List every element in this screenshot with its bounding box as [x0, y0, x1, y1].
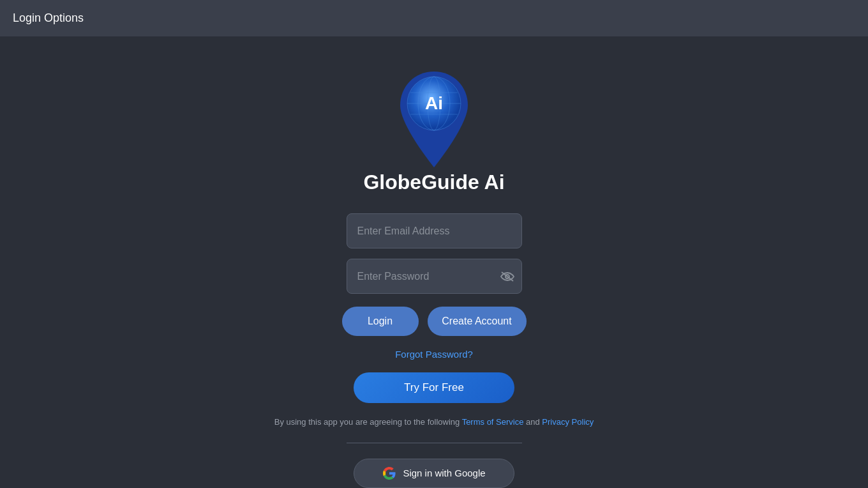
- auth-buttons-row: Login Create Account: [342, 307, 527, 336]
- svg-text:Ai: Ai: [425, 93, 443, 113]
- terms-prefix: By using this app you are agreeing to th…: [274, 417, 462, 427]
- password-input[interactable]: [347, 259, 522, 294]
- google-signin-label: Sign in with Google: [403, 468, 485, 478]
- forgot-password-link[interactable]: Forgot Password?: [395, 349, 473, 360]
- privacy-policy-link[interactable]: Privacy Policy: [542, 417, 594, 427]
- form-container: Login Create Account Forgot Password? Tr…: [0, 213, 868, 488]
- terms-of-service-link[interactable]: Terms of Service: [462, 417, 524, 427]
- google-icon: [382, 466, 396, 480]
- header: Login Options: [0, 0, 868, 36]
- logo-container: Ai GlobeGuide Ai: [363, 68, 504, 194]
- email-input[interactable]: [347, 213, 522, 248]
- terms-middle: and: [523, 417, 542, 427]
- main-content: Ai GlobeGuide Ai Login Create Account: [0, 36, 868, 488]
- toggle-password-icon[interactable]: [500, 271, 514, 282]
- google-signin-button[interactable]: Sign in with Google: [354, 459, 514, 488]
- terms-divider: [347, 443, 522, 443]
- login-button[interactable]: Login: [342, 307, 419, 336]
- app-logo: Ai: [393, 68, 475, 171]
- terms-text: By using this app you are agreeing to th…: [274, 416, 594, 429]
- create-account-button[interactable]: Create Account: [428, 307, 527, 336]
- app-title: GlobeGuide Ai: [363, 171, 504, 194]
- header-title: Login Options: [13, 11, 84, 25]
- email-input-wrapper: [347, 213, 522, 248]
- try-free-button[interactable]: Try For Free: [354, 372, 514, 403]
- password-input-wrapper: [347, 259, 522, 294]
